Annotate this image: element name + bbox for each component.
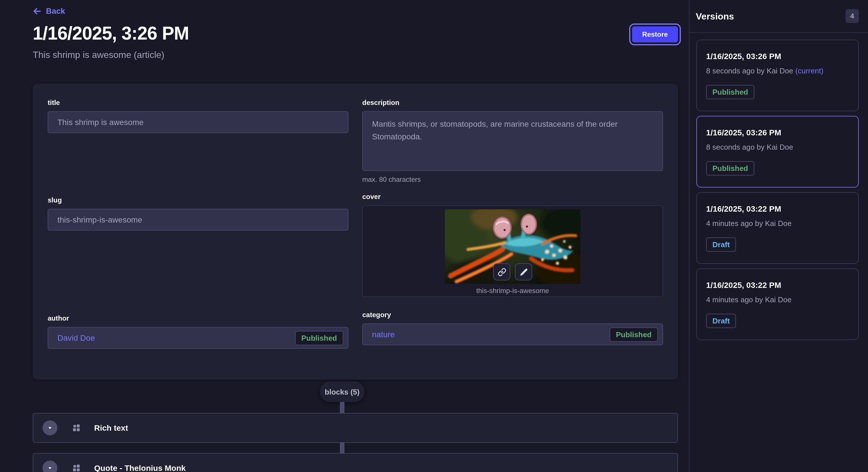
versions-sidebar: Versions 4 1/16/2025, 03:26 PM 8 seconds…	[689, 0, 868, 472]
versions-title: Versions	[696, 11, 734, 22]
description-textarea[interactable]: Mantis shrimps, or stomatopods, are mari…	[362, 111, 663, 171]
author-relation-box: David Doe Published	[48, 327, 348, 349]
document-fields-card: title This shrimp is awesome slug this-s…	[33, 84, 678, 380]
restore-button[interactable]: Restore	[632, 26, 678, 42]
versions-count-badge: 4	[846, 9, 859, 23]
version-current-tag: (current)	[795, 67, 824, 75]
version-status-badge: Published	[706, 85, 754, 99]
back-label: Back	[46, 6, 65, 15]
category-field: category nature Published	[362, 311, 663, 345]
cover-field: cover	[362, 193, 663, 297]
versions-header: Versions 4	[689, 0, 868, 33]
author-label: author	[48, 314, 348, 322]
author-relation-link[interactable]: David Doe	[57, 333, 295, 342]
link-icon	[497, 268, 506, 276]
cover-carousel: this-shrimp-is-awesome	[362, 205, 663, 297]
title-label: title	[48, 99, 348, 107]
cover-label: cover	[362, 193, 663, 201]
title-field: title This shrimp is awesome	[48, 99, 348, 133]
slug-field: slug this-shrimp-is-awesome	[48, 196, 348, 231]
version-meta: 8 seconds ago by Kai Doe (current)	[706, 66, 849, 76]
version-card[interactable]: 1/16/2025, 03:26 PM 8 seconds ago by Kai…	[696, 40, 859, 111]
description-field: description Mantis shrimps, or stomatopo…	[362, 99, 663, 183]
author-field: author David Doe Published	[48, 314, 348, 349]
component-grid-icon	[72, 463, 81, 472]
blocks-pill[interactable]: blocks (5)	[320, 381, 365, 402]
block-title: Rich text	[94, 423, 128, 432]
component-grid-icon	[72, 423, 81, 432]
block-row: Rich text	[33, 413, 678, 443]
version-date: 1/16/2025, 03:22 PM	[706, 204, 849, 214]
version-history-page: Back 1/16/2025, 3:26 PM This shrimp is a…	[0, 0, 868, 472]
blocks-connector	[340, 402, 344, 413]
category-relation-link[interactable]: nature	[372, 330, 610, 339]
blocks-connector	[340, 443, 344, 453]
block-title: Quote - Thelonius Monk	[94, 463, 186, 472]
collapse-toggle-button[interactable]	[42, 461, 57, 472]
description-hint: max. 80 characters	[362, 175, 663, 183]
chevron-down-icon	[46, 425, 53, 431]
version-date: 1/16/2025, 03:22 PM	[706, 280, 849, 291]
versions-list: 1/16/2025, 03:26 PM 8 seconds ago by Kai…	[696, 40, 859, 340]
back-arrow-icon	[33, 7, 41, 15]
version-date: 1/16/2025, 03:26 PM	[706, 51, 849, 62]
collapse-toggle-button[interactable]	[42, 420, 57, 435]
description-label: description	[362, 99, 663, 107]
cover-caption: this-shrimp-is-awesome	[476, 287, 549, 295]
version-meta: 4 minutes ago by Kai Doe	[706, 218, 849, 228]
category-label: category	[362, 311, 663, 319]
version-date: 1/16/2025, 03:26 PM	[706, 127, 849, 138]
cover-image-wrapper	[445, 209, 580, 284]
left-column: title This shrimp is awesome slug this-s…	[48, 99, 348, 365]
slug-input[interactable]: this-shrimp-is-awesome	[48, 209, 348, 231]
version-meta: 8 seconds ago by Kai Doe	[706, 142, 849, 152]
back-link[interactable]: Back	[33, 6, 65, 15]
page-subtitle: This shrimp is awesome (article)	[33, 50, 164, 60]
title-input[interactable]: This shrimp is awesome	[48, 111, 348, 133]
version-status-badge: Draft	[706, 314, 736, 328]
version-card[interactable]: 1/16/2025, 03:26 PM 8 seconds ago by Kai…	[696, 116, 859, 188]
right-column: description Mantis shrimps, or stomatopo…	[362, 99, 663, 365]
version-card[interactable]: 1/16/2025, 03:22 PM 4 minutes ago by Kai…	[696, 192, 859, 264]
category-relation-box: nature Published	[362, 324, 663, 345]
slug-label: slug	[48, 196, 348, 204]
cover-actions	[493, 263, 532, 280]
category-status-badge: Published	[610, 327, 658, 341]
version-card[interactable]: 1/16/2025, 03:22 PM 4 minutes ago by Kai…	[696, 268, 859, 340]
chevron-down-icon	[46, 465, 53, 471]
version-meta: 4 minutes ago by Kai Doe	[706, 295, 849, 305]
copy-link-button[interactable]	[493, 263, 510, 280]
block-row: Quote - Thelonius Monk	[33, 453, 678, 472]
version-status-badge: Draft	[706, 237, 736, 252]
edit-image-button[interactable]	[515, 263, 532, 280]
version-status-badge: Published	[706, 161, 754, 175]
author-status-badge: Published	[295, 331, 343, 345]
pencil-icon	[519, 268, 528, 276]
page-title: 1/16/2025, 3:26 PM	[33, 23, 189, 44]
